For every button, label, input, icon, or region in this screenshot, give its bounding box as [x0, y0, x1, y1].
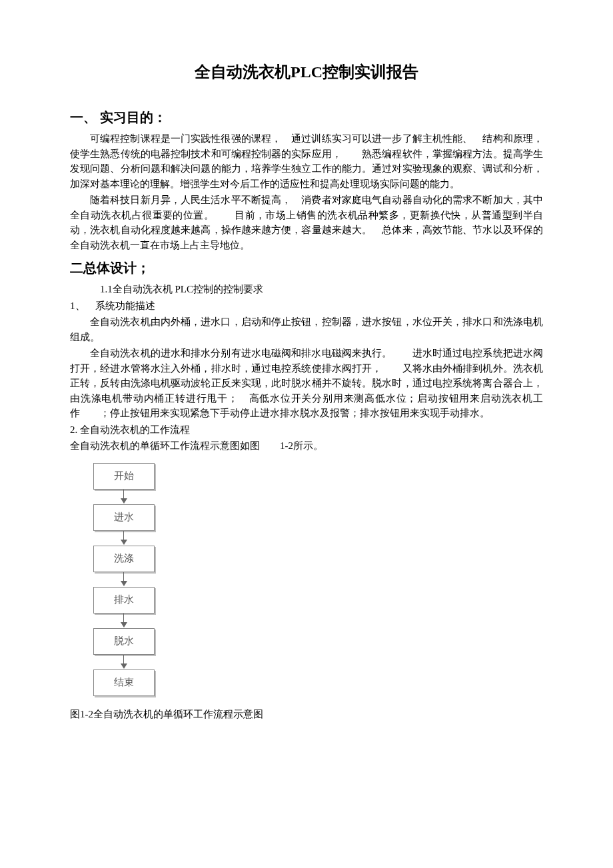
section-2-item2-p1: 全自动洗衣机的单循环工作流程示意图如图 1-2所示。 — [70, 438, 543, 454]
document-title: 全自动洗衣机PLC控制实训报告 — [70, 60, 543, 84]
section-2-item1-p2: 全自动洗衣机的进水和排水分别有进水电磁阀和排水电磁阀来执行。 进水时通过电控系统… — [70, 346, 543, 421]
section-1-paragraph-2: 随着科技日新月异，人民生活水平不断提高， 消费者对家庭电气自动器自动化的需求不断… — [70, 193, 543, 252]
flowchart-step-wash: 洗涤 — [93, 546, 155, 572]
flowchart-arrow-icon — [93, 614, 153, 628]
section-2-item2-label: 2. 全自动洗衣机的工作流程 — [70, 422, 543, 438]
flowchart-step-start: 开始 — [93, 463, 155, 490]
flowchart-arrow-icon — [93, 490, 153, 504]
flowchart-step-inlet: 进水 — [93, 504, 155, 531]
flowchart-arrow-icon — [93, 531, 153, 546]
flowchart-step-drain: 排水 — [93, 587, 155, 614]
section-1-paragraph-1: 可编程控制课程是一门实践性很强的课程， 通过训练实习可以进一步了解主机性能、 结… — [70, 131, 543, 191]
section-2-item1-p1: 全自动洗衣机由内外桶，进水口，启动和停止按钮，控制器，进水按钮，水位开关，排水口… — [70, 314, 543, 344]
flowchart: 开始 进水 洗涤 排水 脱水 结束 — [93, 463, 543, 696]
flowchart-arrow-icon — [93, 572, 153, 587]
section-1-heading: 一、 实习目的： — [70, 107, 543, 127]
flowchart-step-spin: 脱水 — [93, 628, 155, 655]
section-2-sub1: 1.1全自动洗衣机 PLC控制的控制要求 — [70, 282, 543, 297]
flowchart-step-end: 结束 — [93, 669, 155, 696]
section-2-heading: 二总体设计； — [70, 258, 543, 278]
section-2-item1-label: 1、 系统功能描述 — [70, 298, 543, 314]
flowchart-arrow-icon — [93, 655, 153, 669]
figure-caption: 图1-2全自动洗衣机的单循环工作流程示意图 — [70, 707, 543, 722]
